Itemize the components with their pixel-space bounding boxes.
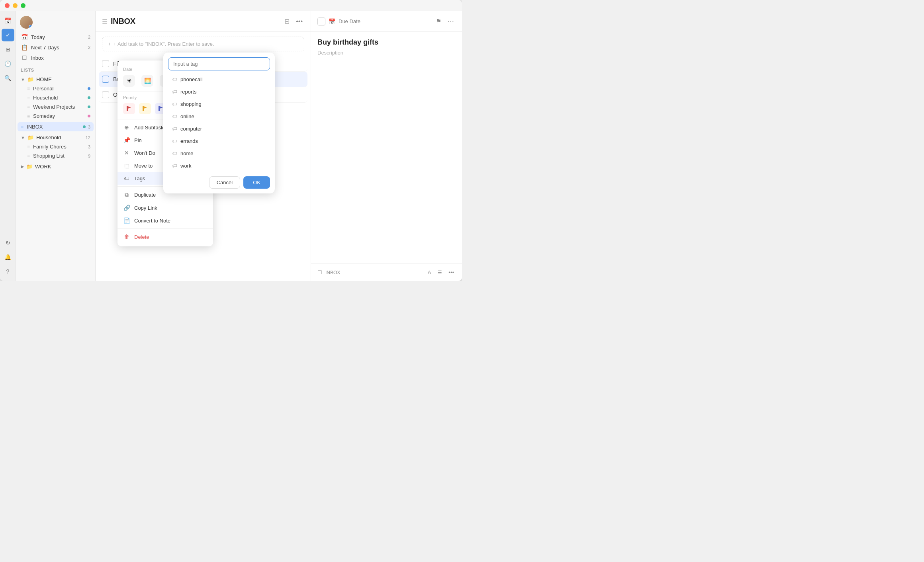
ok-button[interactable]: OK xyxy=(243,176,270,189)
personal-lines-icon: ≡ xyxy=(27,86,30,92)
sidebar-icon-grid[interactable]: ⊞ xyxy=(2,43,14,56)
svg-marker-5 xyxy=(160,106,163,109)
sidebar-item-next7[interactable]: 📋 Next 7 Days 2 xyxy=(18,42,94,53)
duplicate-icon: ⧉ xyxy=(123,191,130,198)
ctx-priority-2[interactable] xyxy=(139,103,151,114)
sidebar-item-inbox[interactable]: ≡ INBOX 3 xyxy=(18,122,94,131)
tag-item-home[interactable]: 🏷 home xyxy=(168,148,270,159)
work-group-header[interactable]: ▶ 📁 WORK xyxy=(18,162,94,171)
tag-item-errands[interactable]: 🏷 errands xyxy=(168,135,270,147)
ctx-item-copy-link[interactable]: 🔗 Copy Link xyxy=(117,201,213,214)
right-task-checkbox[interactable] xyxy=(317,18,325,25)
sidebar-icon-clock[interactable]: 🕐 xyxy=(2,57,14,70)
ctx-date-today-icon[interactable]: ☀ xyxy=(123,75,135,87)
sidebar-item-shopping-list[interactable]: ≡ Shopping List 9 xyxy=(18,151,94,160)
sidebar-item-family-chores[interactable]: ≡ Family Chores 3 xyxy=(18,142,94,151)
comment-button[interactable]: ☰ xyxy=(436,268,444,277)
sidebar-item-today-label: Today xyxy=(31,34,45,40)
tag-icon-reports: 🏷 xyxy=(172,89,177,95)
right-more-button[interactable]: ⋯ xyxy=(446,16,456,27)
family-chores-count: 3 xyxy=(88,144,90,149)
sidebar-item-someday[interactable]: ≡ Someday xyxy=(18,111,94,121)
sidebar-icon-calendar[interactable]: 📅 xyxy=(2,14,14,27)
household-lines-icon: ≡ xyxy=(27,95,30,101)
sidebar-item-today[interactable]: 📅 Today 2 xyxy=(18,32,94,42)
right-header-actions: ⚑ ⋯ xyxy=(434,16,456,27)
wont-do-icon: ✕ xyxy=(123,150,130,156)
task-checkbox-3[interactable] xyxy=(102,91,109,98)
tag-item-reports[interactable]: 🏷 reports xyxy=(168,86,270,98)
sidebar-top xyxy=(16,11,95,32)
inbox-dot xyxy=(83,125,86,128)
calendar-icon-right: 📅 xyxy=(329,18,335,25)
ctx-tags-label: Tags xyxy=(134,176,145,181)
svg-rect-2 xyxy=(143,106,144,111)
household-collapse-icon: ▼ xyxy=(21,135,25,140)
sidebar-item-inbox-nav[interactable]: ☐ Inbox xyxy=(18,53,94,63)
tag-item-computer[interactable]: 🏷 computer xyxy=(168,123,270,135)
someday-lines-icon: ≡ xyxy=(27,113,30,119)
close-button[interactable] xyxy=(5,3,10,8)
inbox-icon-footer: ☐ xyxy=(317,269,322,275)
work-group-label: WORK xyxy=(35,164,51,170)
ctx-date-tomorrow-icon[interactable]: 🌅 xyxy=(141,75,153,87)
tag-label-work: work xyxy=(180,163,191,169)
inbox-lines-icon: ≡ xyxy=(21,124,23,130)
flag-button[interactable]: ⚑ xyxy=(434,16,443,27)
add-task-plus-icon: + xyxy=(108,41,111,47)
tag-item-shopping[interactable]: 🏷 shopping xyxy=(168,98,270,110)
ctx-delete-label: Delete xyxy=(134,234,149,240)
weekend-label: Weekend Projects xyxy=(33,104,75,110)
ctx-priority-1[interactable] xyxy=(123,103,135,114)
home-group-label: HOME xyxy=(36,76,52,82)
ctx-pin-label: Pin xyxy=(134,137,142,143)
avatar[interactable] xyxy=(20,16,33,29)
household-dot xyxy=(88,96,90,99)
today-icon: 📅 xyxy=(21,34,28,40)
family-chores-icon: ≡ xyxy=(27,144,30,150)
inbox-list-group: ≡ INBOX 3 xyxy=(16,121,95,132)
add-task-placeholder: + Add task to "INBOX". Press Enter to sa… xyxy=(114,41,214,47)
svg-marker-1 xyxy=(128,106,131,109)
minimize-button[interactable] xyxy=(13,3,18,8)
tag-icon-phonecall: 🏷 xyxy=(172,76,177,82)
sidebar-item-personal[interactable]: ≡ Personal xyxy=(18,84,94,93)
task-checkbox-1[interactable] xyxy=(102,60,109,67)
header-actions: ⊟ ••• xyxy=(283,16,304,27)
sidebar-icon-search[interactable]: 🔍 xyxy=(2,72,14,84)
more-button[interactable]: ••• xyxy=(294,16,304,27)
tags-icon: 🏷 xyxy=(123,175,130,181)
sidebar-icon-bell[interactable]: 🔔 xyxy=(2,251,14,263)
sidebar-icon-sync[interactable]: ↻ xyxy=(2,236,14,249)
sort-button[interactable]: ⊟ xyxy=(283,16,291,27)
add-task-bar[interactable]: + + Add task to "INBOX". Press Enter to … xyxy=(102,37,304,51)
home-group-header[interactable]: ▼ 📁 HOME xyxy=(18,75,94,84)
task-detail-title: Buy birthday gifts xyxy=(311,32,462,50)
task-description[interactable]: Description xyxy=(311,50,462,56)
tag-item-phonecall[interactable]: 🏷 phonecall xyxy=(168,74,270,85)
footer-more-button[interactable]: ••• xyxy=(447,268,456,277)
sidebar-icon-check[interactable]: ✓ xyxy=(2,29,14,41)
svg-rect-0 xyxy=(127,106,128,111)
tag-icon-computer: 🏷 xyxy=(172,126,177,132)
tag-icon-work: 🏷 xyxy=(172,163,177,169)
inbox-nav-icon: ☐ xyxy=(21,55,28,61)
cancel-button[interactable]: Cancel xyxy=(209,176,240,189)
household-group-header[interactable]: ▼ 📁 Household 12 xyxy=(18,133,94,142)
convert-note-icon: 📄 xyxy=(123,217,130,224)
home-folder-icon: 📁 xyxy=(27,76,34,82)
maximize-button[interactable] xyxy=(21,3,25,8)
ctx-copy-link-label: Copy Link xyxy=(134,205,157,211)
sidebar-item-weekend[interactable]: ≡ Weekend Projects xyxy=(18,102,94,111)
tag-input[interactable] xyxy=(168,57,270,70)
ctx-item-delete[interactable]: 🗑 Delete xyxy=(117,230,213,243)
sidebar-icon-help[interactable]: ? xyxy=(2,265,14,278)
text-format-button[interactable]: A xyxy=(426,268,433,277)
tag-item-online[interactable]: 🏷 online xyxy=(168,111,270,122)
sidebar-item-household[interactable]: ≡ Household xyxy=(18,93,94,102)
tag-item-work[interactable]: 🏷 work xyxy=(168,160,270,172)
household-group-label: Household xyxy=(36,135,61,140)
ctx-item-convert-note[interactable]: 📄 Convert to Note xyxy=(117,214,213,227)
hamburger-icon[interactable]: ☰ xyxy=(102,18,108,25)
task-checkbox-2[interactable] xyxy=(102,76,109,83)
